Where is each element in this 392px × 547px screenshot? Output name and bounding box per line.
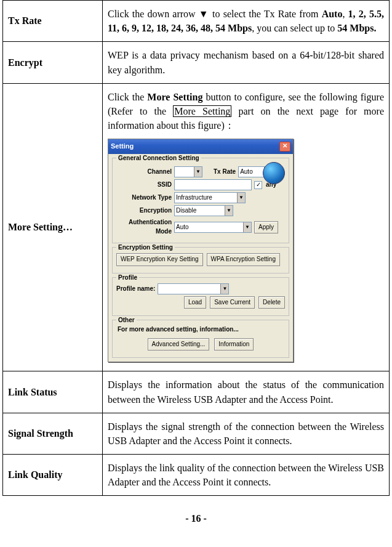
page-number: - 16 - [2, 513, 390, 524]
row-label: More Setting… [3, 83, 103, 371]
table-row: Signal Strength Displays the signal stre… [3, 413, 390, 454]
ssid-input[interactable] [174, 179, 252, 190]
row-label: Encrypt [3, 42, 103, 83]
row-label: Tx Rate [3, 1, 103, 42]
networktype-select[interactable]: Infrastructure▼ [174, 192, 246, 203]
delete-button[interactable]: Delete [258, 296, 285, 309]
group-other: Other For more advanced setting, informa… [112, 320, 289, 358]
row-desc: Click the More Setting button to configu… [103, 83, 390, 371]
chevron-down-icon: ▼ [220, 284, 228, 294]
profilename-select[interactable]: ▼ [158, 283, 229, 294]
table-row: Link Status Displays the information abo… [3, 371, 390, 413]
chevron-down-icon: ▼ [237, 193, 245, 203]
encryption-select[interactable]: Disable▼ [174, 205, 233, 216]
group-encryption: Encryption Setting WEP Encryption Key Se… [112, 247, 289, 274]
row-label: Link Status [3, 371, 103, 413]
channel-select[interactable]: ▼ [174, 166, 202, 177]
table-row: Encrypt WEP is a data privacy mechanism … [3, 42, 390, 83]
row-desc: Displays the information about the statu… [103, 371, 390, 413]
any-checkbox[interactable]: ✓ [254, 181, 262, 189]
chevron-down-icon: ▼ [225, 206, 233, 216]
settings-table: Tx Rate Click the down arrow ▼ to select… [2, 0, 390, 496]
advanced-button[interactable]: Advanced Setting... [148, 338, 210, 351]
row-label: Link Quality [3, 455, 103, 496]
table-row: More Setting… Click the More Setting but… [3, 83, 390, 371]
page-reference-link: More Setting [173, 105, 231, 117]
chevron-down-icon: ▼ [194, 167, 202, 177]
setting-dialog: Setting ✕ General Connection Setting Cha… [108, 139, 294, 362]
row-desc: Click the down arrow ▼ to select the Tx … [103, 1, 390, 42]
apply-button[interactable]: Apply [254, 221, 278, 234]
save-button[interactable]: Save Current [210, 296, 255, 309]
dialog-title: Setting [111, 142, 134, 152]
chevron-down-icon: ▼ [243, 222, 251, 232]
table-row: Link Quality Displays the link quality o… [3, 455, 390, 496]
row-desc: Displays the link quality of the connect… [103, 455, 390, 496]
load-button[interactable]: Load [184, 296, 206, 309]
close-icon[interactable]: ✕ [279, 142, 290, 152]
row-desc: WEP is a data privacy mechanism based on… [103, 42, 390, 83]
wep-button[interactable]: WEP Encryption Key Setting [116, 253, 203, 266]
table-row: Tx Rate Click the down arrow ▼ to select… [3, 1, 390, 42]
group-general: General Connection Setting Channel ▼ Tx … [112, 158, 289, 243]
information-button[interactable]: Information [214, 338, 254, 351]
authmode-select[interactable]: Auto▼ [174, 222, 252, 233]
row-desc: Displays the signal strength of the conn… [103, 413, 390, 454]
group-profile: Profile Profile name: ▼ Load Save Curren… [112, 277, 289, 317]
dialog-titlebar: Setting ✕ [108, 139, 293, 154]
row-label: Signal Strength [3, 413, 103, 454]
wpa-button[interactable]: WPA Encryption Setting [207, 253, 280, 266]
